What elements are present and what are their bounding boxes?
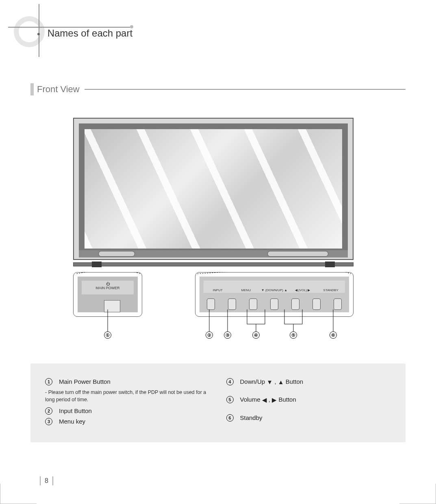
legend-text-2: Input Button (59, 407, 92, 414)
section-title: Front View (37, 84, 80, 95)
legend-num-1: 1 (45, 378, 52, 385)
btn-standby (334, 299, 342, 310)
bullet-icon (37, 33, 40, 35)
section-header: Front View (30, 83, 406, 95)
callout-2: ② (206, 331, 213, 339)
btn-up (270, 299, 278, 310)
btn-vol-up (312, 299, 321, 310)
btn-input (207, 299, 215, 310)
tv-base (73, 260, 354, 268)
page-number: 8 (45, 477, 48, 485)
legend-text-3: Menu key (59, 418, 85, 425)
callout-3: ③ (224, 331, 231, 339)
up-triangle-icon: ▲ (278, 379, 284, 385)
callout-6: ⑥ (330, 331, 337, 339)
legend-left: 1 Main Power Button - Please turn off th… (45, 375, 210, 428)
label-input: INPUT (204, 288, 232, 292)
callout-1: ① (104, 331, 111, 339)
legend-note-1: - Please turn off the main power switch,… (45, 389, 210, 403)
label-vol: ◀ (VOL) ▶ (288, 288, 317, 292)
legend-text-5: Volume ◀ , ▶ Button (240, 396, 296, 404)
legend-text-4: Down/Up ▼ , ▲ Button (240, 378, 304, 385)
section-rule (85, 89, 406, 90)
legend-num-2: 2 (45, 407, 52, 415)
legend-num-3: 3 (45, 418, 52, 425)
legend-text-1: Main Power Button (59, 378, 111, 385)
legend-box: 1 Main Power Button - Please turn off th… (30, 363, 406, 442)
legend-num-5: 5 (226, 396, 234, 403)
callout-5: ⑤ (290, 331, 297, 339)
btn-down (249, 299, 257, 310)
label-menu: MENU (232, 288, 260, 292)
page-title: Names of each part (37, 28, 132, 39)
main-power-label: MAIN POWER (82, 286, 134, 290)
crop-mark-bl (0, 484, 37, 504)
page-footer: 8 (40, 476, 53, 485)
main-power-panel: ⏻ MAIN POWER (73, 272, 142, 317)
section-stub (30, 83, 34, 95)
tv-screen (85, 129, 342, 249)
tv-body (73, 118, 354, 260)
btn-menu (228, 299, 236, 310)
right-triangle-icon: ▶ (272, 396, 277, 404)
tv-sensor-right (267, 251, 328, 257)
legend-num-4: 4 (226, 378, 234, 385)
btn-vol-dn (291, 299, 299, 310)
legend-right: 4 Down/Up ▼ , ▲ Button 5 Volume ◀ , ▶ Bu… (226, 375, 391, 428)
label-downup: ▼ (DOWN/UP) ▲ (260, 288, 288, 292)
tv-sensor-left (98, 251, 135, 257)
left-triangle-icon: ◀ (262, 396, 267, 404)
callout-markers: ① ② ③ ④ ⑤ ⑥ (73, 331, 354, 341)
legend-num-6: 6 (226, 414, 234, 422)
control-panel: ⏻ INPUT MENU ▼ (DOWN/UP) ▲ ◀ (VOL) ▶ STA… (195, 272, 354, 317)
callout-4: ④ (252, 331, 260, 339)
page-title-text: Names of each part (48, 28, 132, 39)
device-illustration: ⏻ MAIN POWER ⏻ INPUT MENU ▼ (DOWN/UP) ▲ (73, 118, 354, 337)
main-power-button (104, 300, 120, 312)
legend-text-6: Standby (240, 414, 262, 421)
down-triangle-icon: ▼ (267, 379, 273, 385)
crop-mark-br (399, 484, 436, 504)
label-standby: STANDBY (317, 288, 345, 292)
